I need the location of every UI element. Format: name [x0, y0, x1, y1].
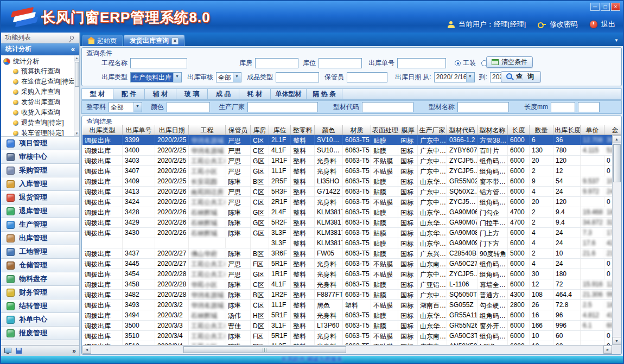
- scroll-up-icon[interactable]: [74, 55, 80, 61]
- grid-row[interactable]: 调拨出库34002020/2/25华润名源城严思C区4L1F整料SU10…606…: [82, 145, 612, 156]
- grid-column-header[interactable]: 颜色: [315, 125, 343, 135]
- length-from-input[interactable]: [551, 102, 575, 112]
- module-item[interactable]: 退库管理: [1, 205, 79, 218]
- grid-column-header[interactable]: 金: [604, 125, 621, 135]
- grid-row[interactable]: 调拨出库35102020/3/4工苑公共工程陈琳F区5R1F整料光身料6063-…: [82, 331, 612, 341]
- grid-row[interactable]: 调拨出库35002020/3/3工苑公共工程曹佳D区3L1F整料LT3P6060…: [82, 321, 612, 331]
- grid-column-header[interactable]: 长度: [508, 125, 530, 135]
- grid-row[interactable]: 调拨出库34942020/3/2石林辉城汤伟H区5R1F整料光身料6063-T5…: [82, 310, 612, 321]
- grid-column-header[interactable]: 生产厂家: [418, 125, 447, 135]
- grid-row[interactable]: 调拨出库34242020/2/26工苑公共工程严思C区2R1F整料光身料6063…: [82, 197, 612, 207]
- module-item[interactable]: 物料盘存: [1, 272, 79, 286]
- tab-close-icon[interactable]: ×: [171, 37, 179, 44]
- logout-button[interactable]: 退出: [601, 20, 615, 29]
- dropdown-arrow-icon[interactable]: [133, 103, 142, 112]
- tree-scrollbar-thumb[interactable]: [75, 62, 79, 87]
- grid-column-header[interactable]: 库房: [251, 125, 269, 135]
- tab-shipping-outbound-query[interactable]: 发货出库查询 ×: [124, 35, 184, 46]
- module-item[interactable]: 生产管理: [1, 218, 79, 232]
- grid-row[interactable]: 调拨出库34932020/3/2华润名源城陈琳C区1L1F整料黑色塑料不贴膜国标…: [82, 300, 612, 310]
- tree-item[interactable]: 在途信息查询[待定]: [1, 76, 79, 87]
- grid-row[interactable]: 调拨出库34032020/2/25工苑公共工程严思G区1R1F整料光身料6063…: [82, 156, 612, 166]
- minimize-button[interactable]: ─: [590, 3, 600, 11]
- change-password-button[interactable]: 修改密码: [550, 20, 578, 29]
- grid-row[interactable]: 调拨出库33992020/2/25华润名源城严思C区2L1F整料SV10…606…: [82, 135, 612, 145]
- grid-column-header[interactable]: 膜厚: [398, 125, 418, 135]
- dropdown-arrow-icon[interactable]: [466, 73, 474, 82]
- tree-item[interactable]: 发货出库查询: [1, 97, 79, 107]
- clear-conditions-button[interactable]: 清空条件: [486, 56, 533, 68]
- keeper-input[interactable]: [347, 72, 387, 82]
- module-item[interactable]: 入库管理: [1, 177, 79, 191]
- module-item[interactable]: 项目管理: [1, 137, 79, 150]
- scroll-up-icon[interactable]: [613, 135, 621, 143]
- grid-column-header[interactable]: 出库类型: [82, 125, 123, 135]
- outbound-order-input[interactable]: [397, 58, 446, 68]
- grid-row[interactable]: 调拨出库34292020/2/26石林辉城陈琳G区5R2F整料KLM381760…: [82, 218, 612, 228]
- sidebar-section-header[interactable]: 统计分析 «: [1, 43, 79, 55]
- tree-item[interactable]: 采购入库查询: [1, 87, 79, 97]
- grid-row[interactable]: 调拨出库35122020/3/4工苑小区陈琳F区1L2F整料光身料6063-T5…: [82, 341, 612, 345]
- profile-code-input[interactable]: [362, 102, 413, 112]
- grid-vertical-scrollbar[interactable]: [612, 135, 621, 345]
- length-to-input[interactable]: [578, 102, 600, 112]
- tree-scrollbar[interactable]: [74, 55, 79, 136]
- outbound-audit-select[interactable]: 全部: [216, 72, 241, 82]
- project-name-input[interactable]: [130, 58, 187, 68]
- material-tab[interactable]: 单体型材: [271, 89, 307, 99]
- tree-item[interactable]: 收货入库查询: [1, 107, 79, 118]
- outbound-type-select[interactable]: 生产领料出库: [130, 72, 182, 82]
- module-item[interactable]: 财务管理: [1, 286, 79, 299]
- grid-column-header[interactable]: 出库长度: [553, 125, 581, 135]
- monitor-icon[interactable]: [4, 348, 11, 353]
- scroll-right-icon[interactable]: [603, 346, 612, 354]
- grid-row[interactable]: 调拨出库34822020/2/28华润名源城陈琳B区1R2F整料F8877FT6…: [82, 290, 612, 300]
- pin-icon[interactable]: [69, 35, 75, 41]
- grid-column-header[interactable]: 保管员: [226, 125, 251, 135]
- tree-item[interactable]: 退货查询[待定]: [1, 118, 79, 128]
- grid-column-header[interactable]: 出库单号: [123, 125, 155, 135]
- material-tab[interactable]: 辅 材: [145, 89, 176, 99]
- grid-row[interactable]: 3L3F整料KLM38176063-T5贴膜国标山东华…GA90M09…门下方6…: [82, 238, 612, 248]
- maximize-button[interactable]: □: [601, 3, 610, 11]
- dropdown-arrow-icon[interactable]: [173, 73, 181, 82]
- grid-row[interactable]: 调拨出库34072020/2/26工苑小区严思G区1L1F整料光身料6063-T…: [82, 166, 612, 176]
- search-button[interactable]: 查 询: [501, 71, 541, 82]
- grid-row[interactable]: 调拨出库34302020/2/26石林辉城陈琳G区3L3F整料KLM381760…: [82, 228, 612, 238]
- material-tab[interactable]: 耗 材: [239, 89, 271, 99]
- tab-home[interactable]: 起始页: [82, 35, 123, 46]
- grid-row[interactable]: 调拨出库34582020/2/28华苑小区陈琳C区4L1F整料光身料6063-T…: [82, 279, 612, 290]
- scroll-down-icon[interactable]: [74, 131, 80, 136]
- grid-horizontal-scrollbar[interactable]: [82, 345, 612, 354]
- product-type-input[interactable]: [276, 72, 319, 82]
- grid-column-header[interactable]: 表面处理: [371, 125, 398, 135]
- module-item[interactable]: 工地管理: [1, 245, 79, 259]
- scroll-down-icon[interactable]: [613, 337, 621, 345]
- grid-column-header[interactable]: 出库日期: [155, 125, 189, 135]
- collapse-icon[interactable]: «: [71, 45, 75, 53]
- tree-item[interactable]: 预算执行查询: [1, 66, 79, 76]
- bin-input[interactable]: [319, 58, 362, 68]
- material-tab[interactable]: 成 品: [208, 89, 239, 99]
- profile-name-input[interactable]: [457, 102, 509, 112]
- warehouse-input[interactable]: [255, 58, 298, 68]
- grid-column-header[interactable]: 数量: [530, 125, 553, 135]
- grid-row[interactable]: 调拨出库34452020/2/27工苑公共工程严思F区5R1F整料光身料6063…: [82, 259, 612, 269]
- grid-row[interactable]: 调拨出库34282020/2/26石林辉城陈琳G区2L4F整料KLM381760…: [82, 207, 612, 218]
- grid-row[interactable]: 调拨出库34092020/2/25长安花园陈琳B区2R5F整料LI35HO606…: [82, 176, 612, 187]
- tree-item[interactable]: 装车管理[待定]: [1, 128, 79, 137]
- module-item[interactable]: 报废管理: [1, 327, 79, 340]
- color-input[interactable]: [167, 102, 210, 112]
- module-item[interactable]: 补单中心: [1, 313, 79, 327]
- vertical-scrollbar-thumb[interactable]: [613, 144, 621, 182]
- module-item[interactable]: 退货管理: [1, 191, 79, 205]
- material-tab[interactable]: 隔 热 条: [307, 89, 342, 99]
- module-item[interactable]: 结转管理: [1, 299, 79, 313]
- grid-column-header[interactable]: 型材名称: [477, 125, 508, 135]
- grid-column-header[interactable]: 库位: [269, 125, 291, 135]
- module-item[interactable]: 采购管理: [1, 164, 79, 177]
- material-tab[interactable]: 玻 璃: [176, 89, 208, 99]
- grid-row[interactable]: 调拨出库34542020/2/28工苑公共工程严思G区1R1F整料光身料6063…: [82, 269, 612, 279]
- grid-column-header[interactable]: 型材代码: [447, 125, 477, 135]
- disk-icon[interactable]: [16, 348, 22, 354]
